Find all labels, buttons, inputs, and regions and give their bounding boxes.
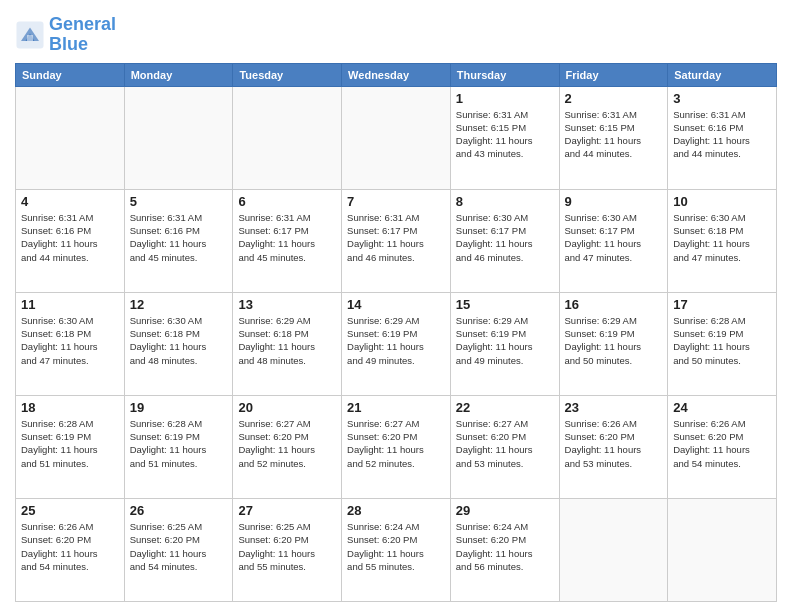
- calendar-cell: 17Sunrise: 6:28 AM Sunset: 6:19 PM Dayli…: [668, 292, 777, 395]
- day-info: Sunrise: 6:31 AM Sunset: 6:15 PM Dayligh…: [565, 108, 663, 161]
- calendar-week-row: 1Sunrise: 6:31 AM Sunset: 6:15 PM Daylig…: [16, 86, 777, 189]
- day-info: Sunrise: 6:26 AM Sunset: 6:20 PM Dayligh…: [21, 520, 119, 573]
- day-header-monday: Monday: [124, 63, 233, 86]
- calendar-cell: 16Sunrise: 6:29 AM Sunset: 6:19 PM Dayli…: [559, 292, 668, 395]
- day-info: Sunrise: 6:27 AM Sunset: 6:20 PM Dayligh…: [347, 417, 445, 470]
- calendar-cell: 23Sunrise: 6:26 AM Sunset: 6:20 PM Dayli…: [559, 395, 668, 498]
- day-header-thursday: Thursday: [450, 63, 559, 86]
- day-info: Sunrise: 6:28 AM Sunset: 6:19 PM Dayligh…: [21, 417, 119, 470]
- calendar-cell: 6Sunrise: 6:31 AM Sunset: 6:17 PM Daylig…: [233, 189, 342, 292]
- calendar-cell: 5Sunrise: 6:31 AM Sunset: 6:16 PM Daylig…: [124, 189, 233, 292]
- calendar-cell: 11Sunrise: 6:30 AM Sunset: 6:18 PM Dayli…: [16, 292, 125, 395]
- day-number: 4: [21, 194, 119, 209]
- day-info: Sunrise: 6:29 AM Sunset: 6:19 PM Dayligh…: [347, 314, 445, 367]
- header: General Blue: [15, 15, 777, 55]
- day-number: 26: [130, 503, 228, 518]
- day-info: Sunrise: 6:24 AM Sunset: 6:20 PM Dayligh…: [456, 520, 554, 573]
- day-number: 10: [673, 194, 771, 209]
- day-header-wednesday: Wednesday: [342, 63, 451, 86]
- calendar-cell: 7Sunrise: 6:31 AM Sunset: 6:17 PM Daylig…: [342, 189, 451, 292]
- calendar-table: SundayMondayTuesdayWednesdayThursdayFrid…: [15, 63, 777, 602]
- day-info: Sunrise: 6:29 AM Sunset: 6:19 PM Dayligh…: [456, 314, 554, 367]
- calendar-cell: 21Sunrise: 6:27 AM Sunset: 6:20 PM Dayli…: [342, 395, 451, 498]
- day-number: 21: [347, 400, 445, 415]
- day-info: Sunrise: 6:30 AM Sunset: 6:18 PM Dayligh…: [673, 211, 771, 264]
- calendar-cell: 26Sunrise: 6:25 AM Sunset: 6:20 PM Dayli…: [124, 498, 233, 601]
- day-number: 7: [347, 194, 445, 209]
- day-number: 20: [238, 400, 336, 415]
- calendar-cell: 28Sunrise: 6:24 AM Sunset: 6:20 PM Dayli…: [342, 498, 451, 601]
- calendar-cell: [668, 498, 777, 601]
- day-info: Sunrise: 6:31 AM Sunset: 6:17 PM Dayligh…: [347, 211, 445, 264]
- day-info: Sunrise: 6:31 AM Sunset: 6:17 PM Dayligh…: [238, 211, 336, 264]
- day-info: Sunrise: 6:31 AM Sunset: 6:16 PM Dayligh…: [673, 108, 771, 161]
- day-info: Sunrise: 6:28 AM Sunset: 6:19 PM Dayligh…: [130, 417, 228, 470]
- calendar-cell: [342, 86, 451, 189]
- calendar-cell: 27Sunrise: 6:25 AM Sunset: 6:20 PM Dayli…: [233, 498, 342, 601]
- day-number: 16: [565, 297, 663, 312]
- day-number: 13: [238, 297, 336, 312]
- svg-rect-1: [27, 35, 33, 41]
- day-number: 11: [21, 297, 119, 312]
- day-number: 2: [565, 91, 663, 106]
- day-info: Sunrise: 6:24 AM Sunset: 6:20 PM Dayligh…: [347, 520, 445, 573]
- day-header-sunday: Sunday: [16, 63, 125, 86]
- calendar-cell: 3Sunrise: 6:31 AM Sunset: 6:16 PM Daylig…: [668, 86, 777, 189]
- calendar-cell: 12Sunrise: 6:30 AM Sunset: 6:18 PM Dayli…: [124, 292, 233, 395]
- day-info: Sunrise: 6:31 AM Sunset: 6:16 PM Dayligh…: [130, 211, 228, 264]
- calendar-cell: [16, 86, 125, 189]
- calendar-week-row: 18Sunrise: 6:28 AM Sunset: 6:19 PM Dayli…: [16, 395, 777, 498]
- day-number: 24: [673, 400, 771, 415]
- calendar-cell: [233, 86, 342, 189]
- day-number: 12: [130, 297, 228, 312]
- day-info: Sunrise: 6:27 AM Sunset: 6:20 PM Dayligh…: [238, 417, 336, 470]
- day-info: Sunrise: 6:25 AM Sunset: 6:20 PM Dayligh…: [238, 520, 336, 573]
- calendar-cell: 9Sunrise: 6:30 AM Sunset: 6:17 PM Daylig…: [559, 189, 668, 292]
- calendar-cell: 10Sunrise: 6:30 AM Sunset: 6:18 PM Dayli…: [668, 189, 777, 292]
- day-number: 14: [347, 297, 445, 312]
- day-number: 18: [21, 400, 119, 415]
- day-info: Sunrise: 6:30 AM Sunset: 6:17 PM Dayligh…: [456, 211, 554, 264]
- calendar-cell: 1Sunrise: 6:31 AM Sunset: 6:15 PM Daylig…: [450, 86, 559, 189]
- day-info: Sunrise: 6:27 AM Sunset: 6:20 PM Dayligh…: [456, 417, 554, 470]
- day-number: 25: [21, 503, 119, 518]
- day-info: Sunrise: 6:25 AM Sunset: 6:20 PM Dayligh…: [130, 520, 228, 573]
- day-info: Sunrise: 6:26 AM Sunset: 6:20 PM Dayligh…: [673, 417, 771, 470]
- calendar-cell: 24Sunrise: 6:26 AM Sunset: 6:20 PM Dayli…: [668, 395, 777, 498]
- calendar-cell: 13Sunrise: 6:29 AM Sunset: 6:18 PM Dayli…: [233, 292, 342, 395]
- logo-icon: [15, 20, 45, 50]
- calendar-week-row: 25Sunrise: 6:26 AM Sunset: 6:20 PM Dayli…: [16, 498, 777, 601]
- day-number: 8: [456, 194, 554, 209]
- calendar-cell: 20Sunrise: 6:27 AM Sunset: 6:20 PM Dayli…: [233, 395, 342, 498]
- day-number: 27: [238, 503, 336, 518]
- day-header-friday: Friday: [559, 63, 668, 86]
- day-number: 6: [238, 194, 336, 209]
- day-number: 5: [130, 194, 228, 209]
- day-number: 29: [456, 503, 554, 518]
- day-info: Sunrise: 6:31 AM Sunset: 6:15 PM Dayligh…: [456, 108, 554, 161]
- day-info: Sunrise: 6:28 AM Sunset: 6:19 PM Dayligh…: [673, 314, 771, 367]
- calendar-header-row: SundayMondayTuesdayWednesdayThursdayFrid…: [16, 63, 777, 86]
- calendar-week-row: 4Sunrise: 6:31 AM Sunset: 6:16 PM Daylig…: [16, 189, 777, 292]
- logo-text: General Blue: [49, 15, 116, 55]
- day-info: Sunrise: 6:26 AM Sunset: 6:20 PM Dayligh…: [565, 417, 663, 470]
- calendar-cell: 2Sunrise: 6:31 AM Sunset: 6:15 PM Daylig…: [559, 86, 668, 189]
- day-number: 1: [456, 91, 554, 106]
- day-number: 28: [347, 503, 445, 518]
- calendar-cell: [559, 498, 668, 601]
- day-header-saturday: Saturday: [668, 63, 777, 86]
- calendar-cell: 25Sunrise: 6:26 AM Sunset: 6:20 PM Dayli…: [16, 498, 125, 601]
- calendar-cell: 4Sunrise: 6:31 AM Sunset: 6:16 PM Daylig…: [16, 189, 125, 292]
- day-number: 19: [130, 400, 228, 415]
- day-info: Sunrise: 6:30 AM Sunset: 6:17 PM Dayligh…: [565, 211, 663, 264]
- day-info: Sunrise: 6:30 AM Sunset: 6:18 PM Dayligh…: [130, 314, 228, 367]
- logo: General Blue: [15, 15, 116, 55]
- calendar-cell: 19Sunrise: 6:28 AM Sunset: 6:19 PM Dayli…: [124, 395, 233, 498]
- day-number: 17: [673, 297, 771, 312]
- calendar-cell: 14Sunrise: 6:29 AM Sunset: 6:19 PM Dayli…: [342, 292, 451, 395]
- day-info: Sunrise: 6:29 AM Sunset: 6:18 PM Dayligh…: [238, 314, 336, 367]
- calendar-week-row: 11Sunrise: 6:30 AM Sunset: 6:18 PM Dayli…: [16, 292, 777, 395]
- calendar-cell: 22Sunrise: 6:27 AM Sunset: 6:20 PM Dayli…: [450, 395, 559, 498]
- day-number: 23: [565, 400, 663, 415]
- calendar-cell: [124, 86, 233, 189]
